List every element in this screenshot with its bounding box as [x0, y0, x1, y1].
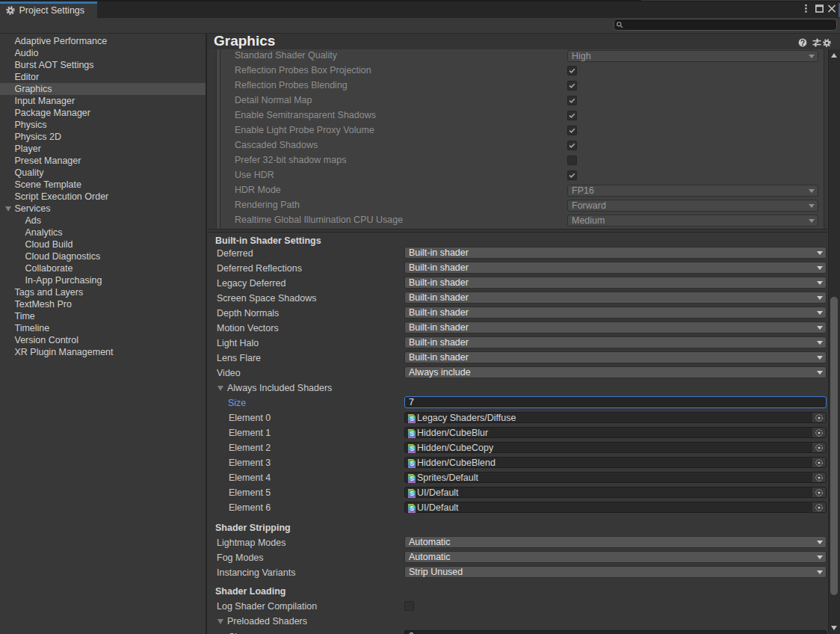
svg-text:S: S	[410, 505, 414, 512]
svg-text:S: S	[410, 460, 414, 467]
svg-text:S: S	[410, 430, 414, 437]
svg-text:S: S	[410, 490, 414, 497]
svg-text:S: S	[410, 415, 414, 422]
svg-text:S: S	[410, 475, 414, 482]
svg-text:S: S	[410, 445, 414, 452]
